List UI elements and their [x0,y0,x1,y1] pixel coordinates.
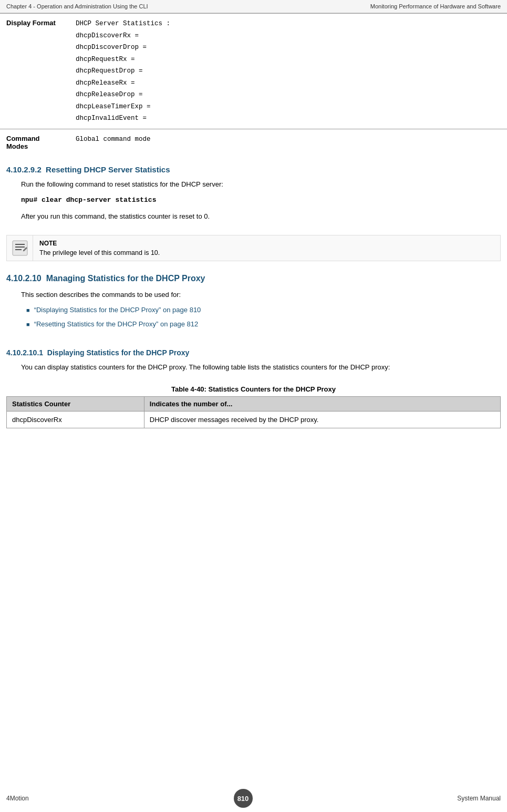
section-4-10-2-10-heading: 4.10.2.10 Managing Statistics for the DH… [0,274,507,283]
display-format-row: Display Format DHCP Server Statistics :d… [0,14,507,129]
header-right: Monitoring Performance of Hardware and S… [370,3,501,9]
note-text: The privilege level of this command is 1… [39,249,494,256]
command-line: npu# clear dhcp-server statistics [21,195,501,206]
command-modes-row: Command Modes Global command mode [0,129,507,155]
section-4-10-2-10-1-body: You can display statistics counters for … [0,360,507,378]
page-number: 810 [234,789,253,808]
section-4-10-2-10-1-heading: 4.10.2.10.1 Displaying Statistics for th… [0,348,507,357]
display-format-label: Display Format [0,14,69,129]
cell-description: DHCP discover messages received by the D… [144,412,500,428]
note-content: NOTE The privilege level of this command… [33,235,500,261]
display-format-line: dhcpInvalidEvent = [76,112,501,125]
table-container: Table 4-40: Statistics Counters for the … [6,385,501,428]
table-body: dhcpDiscoverRx DHCP discover messages re… [7,412,501,428]
section-4-10-2-10-intro: This section describes the commands to b… [21,290,501,301]
svg-rect-3 [15,249,22,250]
command-modes-table: Command Modes Global command mode [0,129,507,155]
main-content: Display Format DHCP Server Statistics :d… [0,13,507,457]
display-format-line: dhcpRequestRx = [76,54,501,66]
section-4-10-2-10-1-intro: You can display statistics counters for … [21,362,501,373]
page-header: Chapter 4 - Operation and Administration… [0,0,507,13]
link[interactable]: “Resetting Statistics for the DHCP Proxy… [34,319,199,330]
command-modes-label: Command Modes [0,129,69,155]
section-4-10-2-9-2-heading: 4.10.2.9.2 Resetting DHCP Server Statist… [0,165,507,174]
note-icon [12,240,28,256]
table-caption: Table 4-40: Statistics Counters for the … [6,385,501,393]
display-format-line: DHCP Server Statistics : [76,18,501,30]
cell-counter: dhcpDiscoverRx [7,412,144,428]
display-format-line: dhcpReleaseDrop = [76,89,501,101]
col-header-1: Statistics Counter [7,397,144,412]
footer-right: System Manual [457,795,501,802]
header-left: Chapter 4 - Operation and Administration… [6,3,148,9]
display-format-line: dhcpDiscoverDrop = [76,42,501,54]
svg-rect-0 [13,241,27,255]
note-box: NOTE The privilege level of this command… [6,235,501,261]
display-format-table: Display Format DHCP Server Statistics :d… [0,13,507,129]
section-after-text: After you run this command, the statisti… [21,211,501,222]
section-4-10-2-9-2-body: Run the following command to reset stati… [0,177,507,228]
display-format-line: dhcpReleaseRx = [76,77,501,89]
section-4-10-2-10-body: This section describes the commands to b… [0,287,507,339]
display-format-line: dhcpDiscoverRx = [76,30,501,42]
table-row: dhcpDiscoverRx DHCP discover messages re… [7,412,501,428]
section-4-10-2-10-links: “Displaying Statistics for the DHCP Prox… [21,305,501,330]
command-modes-value: Global command mode [69,129,507,155]
display-format-content: DHCP Server Statistics :dhcpDiscoverRx =… [69,14,507,129]
svg-rect-1 [15,244,25,245]
link[interactable]: “Displaying Statistics for the DHCP Prox… [34,305,201,315]
display-format-line: dhcpRequestDrop = [76,65,501,77]
list-item[interactable]: “Resetting Statistics for the DHCP Proxy… [26,319,501,330]
statistics-table: Statistics Counter Indicates the number … [6,396,501,428]
note-label: NOTE [39,240,494,247]
note-icon-area [7,235,33,261]
table-header-row: Statistics Counter Indicates the number … [7,397,501,412]
display-format-line: dhcpLeaseTimerExp = [76,101,501,113]
svg-rect-2 [15,246,25,248]
col-header-2: Indicates the number of... [144,397,500,412]
table-head: Statistics Counter Indicates the number … [7,397,501,412]
footer-left: 4Motion [6,795,29,802]
list-item[interactable]: “Displaying Statistics for the DHCP Prox… [26,305,501,315]
section-intro: Run the following command to reset stati… [21,179,501,190]
page-footer: 4Motion 810 System Manual [0,785,507,812]
